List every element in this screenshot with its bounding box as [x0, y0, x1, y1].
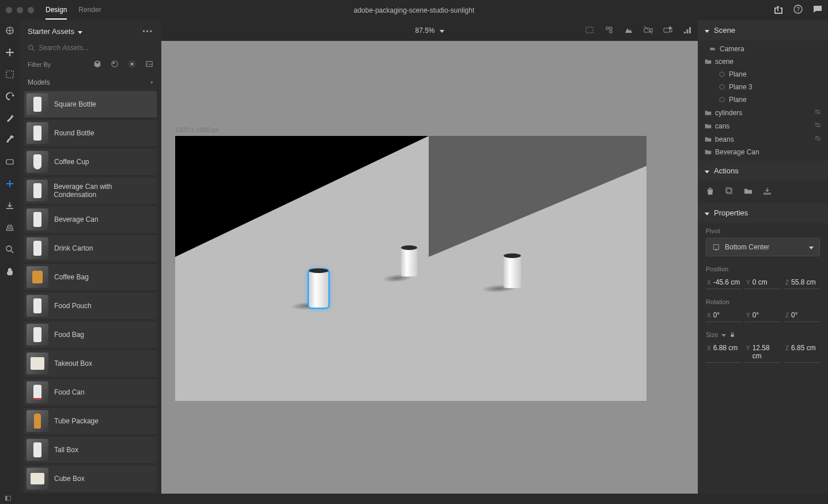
- tree-item-plane2[interactable]: Plane: [698, 93, 828, 106]
- size-x-field[interactable]: X6.88 cm: [706, 342, 742, 363]
- render-canvas[interactable]: [175, 136, 646, 401]
- model-item[interactable]: Round Bottle: [24, 120, 157, 146]
- ground-tool[interactable]: [4, 200, 16, 211]
- tree-item-beverage-can[interactable]: Beverage Can: [698, 146, 828, 158]
- tree-item-cans[interactable]: cans: [698, 119, 828, 132]
- scene-panel-header[interactable]: Scene: [698, 20, 828, 40]
- duplicate-icon[interactable]: [725, 187, 734, 197]
- visibility-off-icon[interactable]: [814, 108, 821, 117]
- add-tool[interactable]: [4, 178, 16, 190]
- size-y-field[interactable]: Y12.58 cm: [745, 342, 781, 363]
- model-item[interactable]: Beverage Can with Condensation: [24, 177, 157, 204]
- render-settings-icon[interactable]: [683, 25, 692, 36]
- render-icon[interactable]: [624, 25, 633, 36]
- model-item[interactable]: Tube Package: [24, 408, 157, 434]
- visibility-off-icon[interactable]: [814, 122, 821, 130]
- tool-sidebar: [0, 20, 20, 494]
- share-icon[interactable]: [774, 5, 783, 16]
- size-z-field[interactable]: Z6.85 cm: [784, 342, 820, 363]
- close-window[interactable]: [6, 7, 12, 13]
- model-item[interactable]: Beverage Can: [24, 206, 157, 233]
- actions-panel-header[interactable]: Actions: [698, 161, 828, 181]
- mode-tabs: Design Render: [46, 1, 101, 20]
- visibility-off-icon[interactable]: [814, 135, 821, 143]
- svg-rect-4: [6, 160, 13, 164]
- tree-item-scene[interactable]: scene: [698, 55, 828, 68]
- viewport[interactable]: 1920 x 1080 px: [161, 41, 698, 494]
- panel-toggle-icon[interactable]: [5, 495, 12, 503]
- camera-off-icon[interactable]: [644, 25, 653, 36]
- zoom-control[interactable]: 87.5%: [415, 26, 444, 35]
- help-icon[interactable]: ?: [793, 5, 803, 16]
- svg-rect-19: [726, 188, 731, 192]
- svg-point-7: [112, 61, 118, 67]
- model-name: Beverage Can: [54, 215, 99, 223]
- model-item[interactable]: Cube Box: [24, 465, 157, 492]
- model-item[interactable]: Food Pouch: [24, 293, 157, 319]
- wand-tool[interactable]: [4, 112, 16, 124]
- model-item[interactable]: Coffee Bag: [24, 264, 157, 290]
- move-tool[interactable]: [4, 47, 16, 58]
- delete-icon[interactable]: [706, 187, 714, 197]
- filter-materials-icon[interactable]: [111, 60, 119, 69]
- rotation-x-field[interactable]: X0°: [706, 309, 742, 322]
- tab-render[interactable]: Render: [78, 1, 101, 20]
- model-item[interactable]: Takeout Box: [24, 350, 157, 377]
- position-x-field[interactable]: X-45.6 cm: [706, 276, 742, 289]
- pivot-select[interactable]: Bottom Center: [706, 238, 820, 256]
- more-icon[interactable]: •••: [142, 28, 153, 36]
- asset-search[interactable]: [20, 40, 161, 55]
- model-item[interactable]: Food Can: [24, 379, 157, 406]
- comment-icon[interactable]: [813, 5, 822, 16]
- chevron-down-icon: [705, 26, 709, 35]
- group-icon[interactable]: [744, 187, 753, 197]
- model-item[interactable]: Coffee Cup: [24, 149, 157, 175]
- tree-item-plane[interactable]: Plane: [698, 68, 828, 81]
- tree-label: Beverage Can: [715, 148, 759, 156]
- home-tool[interactable]: [4, 25, 16, 36]
- frame-icon[interactable]: [585, 25, 594, 36]
- model-item[interactable]: Square Bottle: [24, 91, 157, 118]
- tree-item-beans[interactable]: beans: [698, 132, 828, 146]
- snap-icon[interactable]: [604, 25, 614, 36]
- properties-panel-header[interactable]: Properties: [698, 203, 828, 223]
- category-selector[interactable]: Models ▾: [20, 74, 161, 91]
- position-z-field[interactable]: Z55.8 cm: [784, 276, 820, 289]
- tree-item-camera[interactable]: Camera: [698, 43, 828, 55]
- perspective-tool[interactable]: [4, 222, 16, 233]
- can-object-selected[interactable]: [309, 270, 328, 308]
- position-y-field[interactable]: Y0 cm: [745, 276, 781, 289]
- zoom-tool[interactable]: [4, 244, 16, 255]
- area-tool[interactable]: [4, 156, 16, 168]
- svg-rect-17: [710, 48, 714, 51]
- maximize-window[interactable]: [28, 7, 34, 13]
- search-input[interactable]: [39, 44, 153, 52]
- filter-images-icon[interactable]: [145, 60, 153, 69]
- lock-icon[interactable]: [729, 332, 735, 338]
- model-item[interactable]: Drink Carton: [24, 235, 157, 262]
- hand-tool[interactable]: [4, 266, 16, 277]
- tree-item-cylinders[interactable]: cylinders: [698, 106, 828, 119]
- filter-models-icon[interactable]: [93, 60, 101, 69]
- eyedropper-tool[interactable]: [4, 134, 16, 146]
- import-icon[interactable]: [763, 187, 772, 197]
- model-item[interactable]: Food Bag: [24, 321, 157, 348]
- rotation-y-field[interactable]: Y0°: [745, 309, 781, 322]
- model-item[interactable]: Tall Box: [24, 437, 157, 463]
- filter-lights-icon[interactable]: [128, 60, 136, 69]
- model-name: Tube Package: [54, 417, 99, 425]
- can-object[interactable]: [504, 255, 521, 288]
- can-object[interactable]: [401, 247, 417, 276]
- minimize-window[interactable]: [17, 7, 23, 13]
- camera-bookmark-icon[interactable]: [663, 25, 672, 36]
- model-name: Takeout Box: [54, 359, 92, 367]
- select-tool[interactable]: [4, 69, 16, 80]
- rotation-z-field[interactable]: Z0°: [784, 309, 820, 322]
- tree-label: Plane: [729, 70, 747, 78]
- document-title: adobe-packaging-scene-studio-sunlight: [354, 6, 474, 14]
- tree-item-plane3[interactable]: Plane 3: [698, 81, 828, 93]
- sync-tool[interactable]: [4, 90, 16, 102]
- chevron-down-icon[interactable]: [721, 331, 726, 338]
- asset-panel-title[interactable]: Starter Assets: [28, 27, 82, 36]
- tab-design[interactable]: Design: [46, 1, 67, 20]
